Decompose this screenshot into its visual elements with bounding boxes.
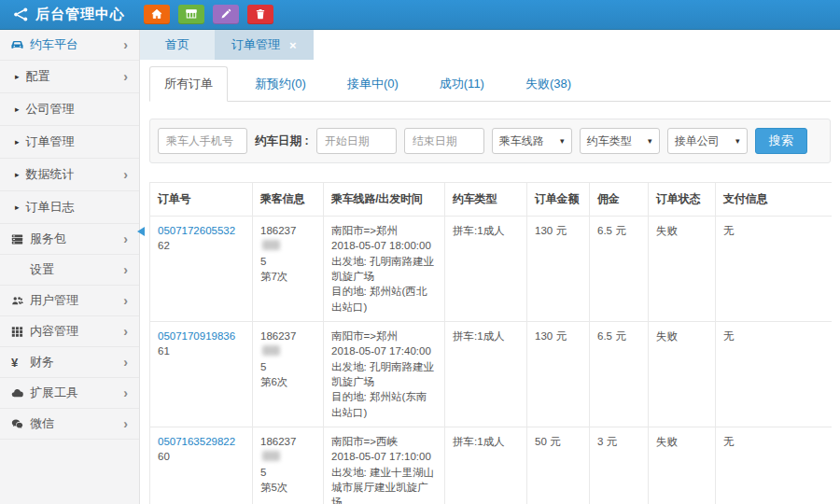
table-icon [186,7,197,23]
passenger-cell: 1862375第5次 [253,427,324,504]
trash-icon [255,7,266,23]
subtab-1[interactable]: 新预约(0) [241,67,320,101]
cloud-icon [11,387,30,399]
page-tabstrip: 首页订单管理× [140,30,840,60]
filter-select-1[interactable]: 约车类型▾ [580,128,660,154]
route-route: 南阳市=>郑州 [331,223,437,238]
route-origin: 出发地: 建业十里湖山城市展厅建业凯旋广场 [331,465,437,504]
main-content: 所有订单新预约(0)接单中(0)成功(11)失败(38) 约车日期 : 乘车线路… [140,60,840,504]
filter-select-0[interactable]: 乘车线路▾ [492,128,572,154]
close-icon[interactable]: × [289,38,297,52]
amount-cell: 130 元 [527,321,590,427]
column-header: 订单号 [150,183,253,217]
caret-right-icon: ▸ [15,72,20,81]
route-origin: 出发地: 孔明南路建业凯旋广场 [331,254,437,285]
header-quick-buttons [144,5,273,24]
sidebar-item-label: 配置 [26,68,50,85]
tab-1[interactable]: 订单管理× [215,30,314,60]
chevron-right-icon: › [123,263,128,276]
order-no-link[interactable]: 0507170919836 [158,329,245,343]
caret-right-icon: ▸ [15,105,20,114]
phone-suffix: 5 [260,465,315,480]
sidebar-item-label: 约车平台 [30,36,78,53]
tab-0[interactable]: 首页 [140,30,215,60]
order-no-cell: 050717260553262 [150,217,253,322]
sidebar-item-3[interactable]: ▸订单管理 [0,126,139,159]
sidebar-item-7[interactable]: 设置› [0,255,139,286]
route-route: 南阳市=>郑州 [331,329,437,343]
grid-icon [11,326,30,338]
phone-prefix: 186237 [260,436,296,447]
column-header: 乘车线路/出发时间 [324,183,445,217]
sidebar-item-1[interactable]: ▸配置› [0,61,139,93]
passenger-phone: 186237 [260,223,315,254]
filter-select-label: 乘车线路 [499,133,544,149]
sidebar-item-8[interactable]: 用户管理› [0,286,139,316]
sidebar-item-0[interactable]: 约车平台› [0,30,139,61]
subtab-0[interactable]: 所有订单 [149,66,228,102]
edit-button[interactable] [213,5,239,24]
route-cell: 南阳市=>郑州2018-05-07 18:00:00出发地: 孔明南路建业凯旋广… [324,217,445,322]
chevron-right-icon: › [123,386,128,399]
sidebar-item-label: 订单管理 [26,133,75,150]
chevron-right-icon: › [123,294,128,307]
column-header: 乘客信息 [253,183,324,217]
route-depart_time: 2018-05-07 17:10:00 [331,449,437,464]
delete-button[interactable] [247,5,273,24]
filter-selects: 乘车线路▾约车类型▾接单公司▾ [492,128,748,154]
pencil-icon [220,7,231,23]
commission-cell: 3 元 [590,427,649,504]
sidebar-item-6[interactable]: 服务包› [0,224,139,255]
phone-masked-segment [262,240,280,250]
sidebar-item-2[interactable]: ▸公司管理 [0,93,139,126]
filter-select-2[interactable]: 接单公司▾ [667,128,748,154]
chevron-right-icon: › [123,168,128,181]
subtab-3[interactable]: 成功(11) [426,67,498,101]
subtab-2[interactable]: 接单中(0) [333,67,413,101]
route-origin: 出发地: 孔明南路建业凯旋广场 [331,359,437,390]
passenger-phone-input[interactable] [158,128,247,154]
filter-panel: 约车日期 : 乘车线路▾约车类型▾接单公司▾ 搜索 [149,119,831,163]
order-status-subtabs: 所有订单新预约(0)接单中(0)成功(11)失败(38) [149,67,831,102]
server-icon [11,233,30,245]
table-row: 0507172605532621862375第7次南阳市=>郑州2018-05-… [150,217,832,322]
order-no-link[interactable]: 0507172605532 [158,223,245,238]
end-date-input[interactable] [404,128,484,154]
subtab-4[interactable]: 失败(38) [511,67,585,101]
sidebar-item-12[interactable]: 微信› [0,409,139,440]
ride-type-cell: 拼车:1成人 [445,321,527,427]
column-header: 佣金 [590,183,649,217]
search-button[interactable]: 搜索 [755,128,807,154]
passenger-ride-count: 第5次 [260,480,315,495]
sidebar-item-9[interactable]: 内容管理› [0,316,139,347]
sidebar-item-5[interactable]: ▸订单日志 [0,191,139,224]
status-cell: 失败 [649,321,716,427]
amount-cell: 50 元 [527,427,590,504]
phone-prefix: 186237 [260,330,296,342]
order-no-overflow: 61 [158,343,245,358]
chevron-right-icon: › [123,232,128,245]
sidebar-item-4[interactable]: ▸数据统计› [0,159,139,191]
users-icon [11,295,30,307]
ride-type-cell: 拼车:1成人 [445,427,527,504]
sidebar-item-label: 数据统计 [26,166,75,183]
sidebar-item-label: 用户管理 [30,292,78,309]
order-no-link[interactable]: 0507163529822 [158,434,245,449]
caret-right-icon: ▸ [15,137,20,147]
home-icon [151,7,162,23]
route-depart_time: 2018-05-07 17:40:00 [331,343,437,358]
car-icon [11,39,30,51]
filter-select-label: 约车类型 [587,133,632,149]
start-date-input[interactable] [316,128,397,154]
passenger-ride-count: 第6次 [260,374,315,389]
order-no-cell: 050717091983661 [150,321,253,427]
route-cell: 南阳市=>西峡2018-05-07 17:10:00出发地: 建业十里湖山城市展… [324,427,445,504]
filter-select-label: 接单公司 [675,133,720,149]
table-button[interactable] [178,5,204,24]
sidebar-item-11[interactable]: 扩展工具› [0,378,139,409]
chevron-right-icon: › [123,417,128,430]
sidebar-collapse-arrow-icon[interactable] [137,227,145,236]
share-nodes-icon [13,7,29,22]
sidebar-item-10[interactable]: ¥财务› [0,347,139,378]
home-button[interactable] [144,5,170,24]
